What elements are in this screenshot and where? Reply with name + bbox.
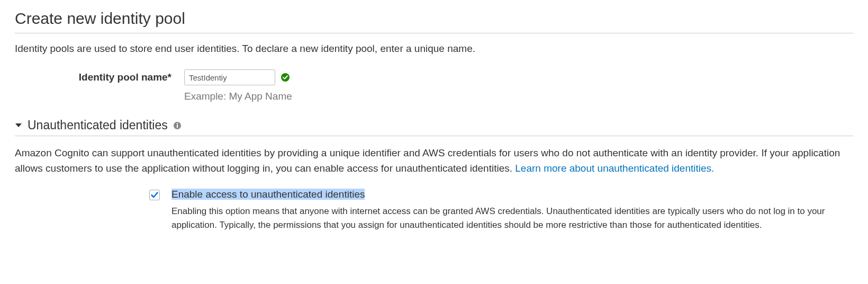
svg-point-2 bbox=[176, 123, 178, 125]
enable-unauth-row: Enable access to unauthenticated identit… bbox=[149, 189, 853, 232]
valid-check-icon bbox=[281, 73, 290, 82]
enable-unauth-checkbox[interactable] bbox=[149, 190, 160, 200]
identity-pool-name-example: Example: My App Name bbox=[184, 91, 292, 102]
unauth-section-description: Amazon Cognito can support unauthenticat… bbox=[15, 146, 853, 176]
title-divider bbox=[15, 33, 853, 33]
identity-pool-name-label: Identity pool name* bbox=[15, 69, 184, 85]
page-title: Create new identity pool bbox=[15, 10, 853, 28]
enable-unauth-help: Enabling this option means that anyone w… bbox=[171, 205, 853, 232]
section-divider bbox=[15, 136, 853, 136]
svg-rect-3 bbox=[177, 125, 178, 128]
identity-pool-name-row: Identity pool name* Example: My App Name bbox=[15, 69, 853, 102]
info-icon[interactable] bbox=[173, 121, 182, 130]
page-intro: Identity pools are used to store end use… bbox=[15, 43, 853, 55]
unauth-section-title: Unauthenticated identities bbox=[28, 118, 168, 132]
identity-pool-name-input[interactable] bbox=[184, 69, 275, 85]
unauth-section-toggle[interactable]: Unauthenticated identities bbox=[15, 118, 853, 132]
svg-point-0 bbox=[281, 73, 290, 82]
caret-down-icon bbox=[15, 123, 22, 128]
enable-unauth-label[interactable]: Enable access to unauthenticated identit… bbox=[171, 189, 365, 200]
learn-more-link[interactable]: Learn more about unauthenticated identit… bbox=[515, 163, 714, 174]
